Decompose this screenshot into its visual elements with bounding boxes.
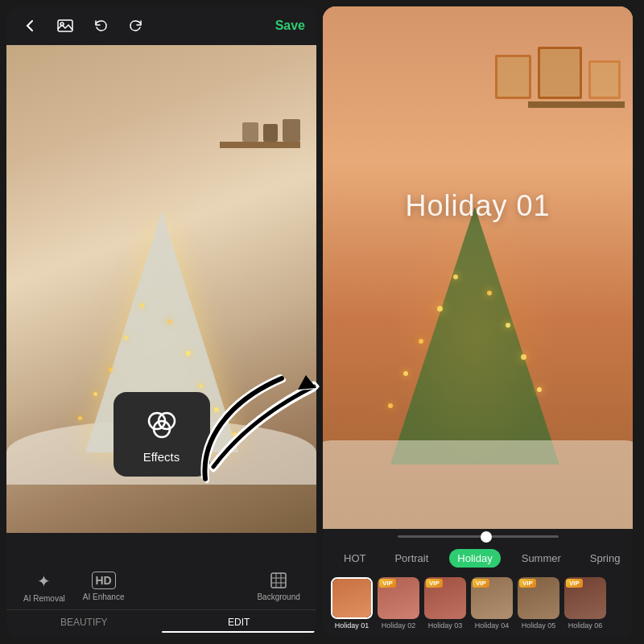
- wall-decor: [495, 47, 621, 99]
- ai-enhance-tool[interactable]: HD AI Enhance: [80, 572, 128, 603]
- filter-tab-hot[interactable]: HOT: [336, 549, 374, 568]
- thumb-img-04: VIP: [471, 577, 513, 619]
- background-tool[interactable]: Background: [254, 572, 303, 603]
- thumb-holiday-02[interactable]: VIP Holiday 02: [378, 577, 419, 630]
- holiday-title: Holiday 01: [405, 189, 550, 223]
- ai-removal-tool[interactable]: ✦ AI Removal: [20, 572, 68, 603]
- thumb-label-02: Holiday 02: [382, 621, 416, 630]
- thumb-img-01: [331, 577, 373, 619]
- tree-light: [93, 392, 97, 396]
- ai-removal-label: AI Removal: [23, 594, 65, 603]
- shelf-decoration: [220, 142, 300, 148]
- ai-enhance-icon: HD: [92, 572, 116, 589]
- effects-popup: Effects: [114, 392, 210, 477]
- thumb-holiday-04[interactable]: VIP Holiday 04: [471, 577, 513, 630]
- vip-badge-03: VIP: [426, 579, 443, 588]
- tree-light: [214, 407, 219, 412]
- bottom-panel-right: HOT Portrait Holiday Summer Spring Fall …: [323, 529, 633, 638]
- slider-thumb[interactable]: [481, 531, 492, 543]
- redo-button[interactable]: [124, 14, 148, 38]
- filter-tab-summer[interactable]: Summer: [514, 549, 569, 568]
- vip-badge-06: VIP: [566, 579, 583, 588]
- tree-light: [199, 384, 203, 388]
- thumb-img-02: VIP: [378, 577, 419, 619]
- ai-enhance-label: AI Enhance: [83, 592, 125, 601]
- thumb-label-05: Holiday 05: [522, 621, 556, 630]
- thumb-label-03: Holiday 03: [428, 621, 463, 630]
- thumbnails-row: Holiday 01 VIP Holiday 02 VIP Holiday 03: [323, 572, 633, 638]
- thumb-label-01: Holiday 01: [335, 621, 369, 630]
- right-photo-area: Holiday 01: [323, 6, 633, 529]
- effect-slider[interactable]: [398, 535, 559, 538]
- svg-rect-0: [58, 20, 72, 31]
- thumb-holiday-06[interactable]: VIP Holiday 06: [564, 577, 606, 630]
- image-icon[interactable]: [53, 14, 77, 38]
- tree-glow: [390, 207, 559, 464]
- thumb-holiday-01[interactable]: Holiday 01: [331, 577, 373, 630]
- filter-tab-portrait[interactable]: Portrait: [386, 549, 436, 568]
- couch: [323, 440, 633, 529]
- thumb-label-06: Holiday 06: [568, 621, 603, 630]
- thumb-img-06: VIP: [564, 577, 606, 619]
- tree-light-r: [453, 275, 458, 279]
- thumb-img-03: VIP: [424, 577, 466, 619]
- tab-beautify[interactable]: BEAUTIFY: [6, 610, 162, 638]
- vip-badge-05: VIP: [519, 579, 536, 588]
- tree-light: [140, 303, 144, 308]
- frame-3: [588, 60, 621, 99]
- tree-light-r: [388, 403, 393, 408]
- filter-tab-spring[interactable]: Spring: [582, 549, 629, 568]
- filter-tab-holiday[interactable]: Holiday: [449, 549, 500, 568]
- thumb-holiday-03[interactable]: VIP Holiday 03: [424, 577, 466, 630]
- effects-label: Effects: [143, 450, 180, 464]
- thumb-label-04: Holiday 04: [475, 621, 510, 630]
- thumb-holiday-05[interactable]: VIP Holiday 05: [518, 577, 559, 630]
- filter-tabs: HOT Portrait Holiday Summer Spring Fall: [323, 544, 633, 572]
- tab-edit[interactable]: EDIT: [162, 610, 317, 638]
- tree-light-r: [487, 291, 492, 295]
- tree-light: [78, 416, 82, 420]
- slider-area: [323, 529, 633, 544]
- effects-circles-icon: [142, 405, 181, 444]
- background-icon: [270, 572, 287, 589]
- tab-row: BEAUTIFY EDIT: [6, 609, 316, 638]
- svg-rect-5: [271, 573, 286, 588]
- right-panel: Holiday 01 HOT Portrait Holiday Summer S…: [323, 6, 633, 638]
- effects-tool-placeholder: [138, 572, 243, 603]
- frame-2: [538, 47, 582, 99]
- bottom-toolbar: ✦ AI Removal HD AI Enhance Background: [6, 533, 316, 638]
- background-label: Background: [257, 592, 299, 601]
- tree-light-r: [537, 387, 542, 392]
- tool-row: ✦ AI Removal HD AI Enhance Background: [6, 565, 316, 609]
- back-button[interactable]: [18, 14, 42, 38]
- undo-button[interactable]: [89, 14, 113, 38]
- vip-badge-02: VIP: [379, 579, 396, 588]
- ai-removal-icon: ✦: [37, 572, 51, 591]
- frame-1: [495, 55, 531, 99]
- vip-badge-04: VIP: [473, 579, 489, 588]
- shelf-right: [528, 101, 625, 108]
- top-bar-left: [18, 14, 148, 38]
- thumb-img-05: VIP: [518, 577, 559, 619]
- left-photo-area: Effects: [6, 45, 316, 533]
- top-bar: Save: [6, 6, 316, 45]
- left-panel: Save Effects: [6, 6, 316, 638]
- save-button[interactable]: Save: [275, 19, 305, 33]
